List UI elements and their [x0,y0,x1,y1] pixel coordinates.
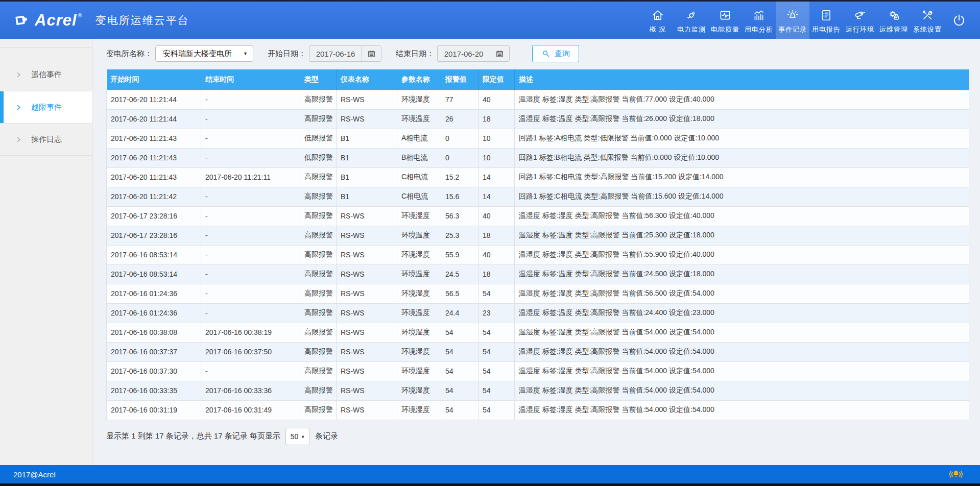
table-row: 2017-06-20 11:21:42-高限报警B1C相电流15.614回路1 … [107,187,969,206]
start-date-calendar-button[interactable] [362,46,381,61]
start-date-value: 2017-06-16 [309,46,362,61]
cell-end-time: 2017-06-16 00:38:19 [201,323,300,342]
nav-item-energy-analysis[interactable]: 用电分析 [742,2,776,39]
cell-type: 高限报警 [300,167,337,187]
nav-item-label: 用电分析 [745,25,773,34]
cell-description: 温湿度 标签:温度 类型:高限报警 当前值:24.400 设定值:23.000 [515,303,969,323]
nav-item-overview[interactable]: 概 况 [641,2,675,39]
cell-start-time: 2017-06-20 11:21:43 [107,148,201,167]
cell-alarm-value: 77 [441,90,479,109]
cell-description: 回路1 标签:C相电流 类型:高限报警 当前值:15.200 设定值:14.00… [515,167,969,187]
end-date-input[interactable]: 2017-06-20 [437,45,510,62]
cell-type: 高限报警 [300,361,337,381]
table-row: 2017-06-16 00:37:30-高限报警RS-WS环境湿度5454温湿度… [107,361,969,381]
nav-item-operating-environment[interactable]: 运行环境 [843,2,877,39]
logo-registered-mark: ® [78,12,82,18]
cell-device-name: B1 [337,187,397,206]
footer: 2017@Acrel [0,465,980,483]
nav-item-power-monitoring[interactable]: 电力监测 [675,2,708,39]
nav-item-event-records[interactable]: 事件记录 [776,2,809,39]
cell-type: 高限报警 [300,323,337,342]
cell-start-time: 2017-06-16 00:31:19 [107,400,201,420]
cell-device-name: RS-WS [337,381,397,400]
nav-item-energy-report[interactable]: 用电报告 [809,2,843,39]
cell-type: 高限报警 [300,284,337,303]
page-size-value: 50 [291,432,299,441]
table-row: 2017-06-16 00:37:372017-06-16 00:37:50高限… [107,342,969,361]
cell-param-name: A相电流 [397,129,441,148]
cell-end-time: 2017-06-16 00:31:49 [201,400,300,420]
page-size-select[interactable]: 50 ▲ [285,428,310,445]
nav-item-label: 电能质量 [711,25,739,34]
cell-end-time: - [201,206,300,226]
cell-end-time: - [201,148,300,167]
station-select-value: 安科瑞新大楼变电所 [163,49,232,59]
sidebar-item-limit-violation-events[interactable]: 越限事件 [0,91,92,123]
sidebar-divider [0,47,92,47]
station-select[interactable]: 安科瑞新大楼变电所 ▼ [155,45,253,62]
sidebar-item-label: 越限事件 [31,103,62,112]
cell-alarm-value: 15.6 [441,187,479,206]
nav-item-system-settings[interactable]: 系统设置 [911,2,944,39]
logo-text: Acrel [35,11,77,30]
cell-param-name: C相电流 [397,167,441,187]
table-row: 2017-06-16 01:24:36-高限报警RS-WS环境温度24.423温… [107,303,969,323]
power-icon[interactable] [951,13,967,28]
caret-up-icon: ▲ [301,434,305,439]
cell-param-name: 环境湿度 [397,90,441,109]
brand: Acrel ® 变电所运维云平台 [0,2,189,39]
cell-param-name: 环境湿度 [397,400,441,420]
table-row: 2017-06-17 23:28:16-高限报警RS-WS环境温度25.318温… [107,226,969,245]
sidebar: 遥信事件越限事件操作日志 [0,39,93,465]
chevron-right-icon [15,136,22,143]
cell-end-time: 2017-06-16 00:33:36 [201,381,300,400]
table-row: 2017-06-16 01:24:36-高限报警RS-WS环境湿度56.554温… [107,284,969,303]
cell-description: 回路1 标签:B相电流 类型:低限报警 当前值:0.000 设定值:10.000 [515,148,969,167]
cell-description: 回路1 标签:A相电流 类型:低限报警 当前值:0.000 设定值:10.000 [515,129,969,148]
table-row: 2017-06-20 11:21:44-高限报警RS-WS环境温度2618温湿度… [107,109,969,129]
cell-alarm-value: 0 [441,148,479,167]
alarm-bell-icon[interactable] [947,468,965,481]
camera-icon [853,9,867,22]
cell-limit-value: 18 [479,226,515,245]
table-header-row: 开始时间结束时间类型仪表名称参数名称报警值限定值描述 [107,69,969,90]
cell-description: 温湿度 标签:湿度 类型:高限报警 当前值:55.900 设定值:40.000 [515,245,969,264]
cell-alarm-value: 54 [441,400,479,420]
cell-param-name: 环境湿度 [397,361,441,381]
cell-device-name: B1 [337,148,397,167]
settings-tools-icon [921,9,934,22]
cell-start-time: 2017-06-20 11:21:42 [107,187,201,206]
nav-item-ops-management[interactable]: 运维管理 [877,2,911,39]
report-icon [820,9,833,22]
end-date-calendar-button[interactable] [490,46,509,61]
cell-alarm-value: 26 [441,109,479,129]
sidebar-item-operation-logs[interactable]: 操作日志 [0,123,92,155]
cell-param-name: 环境湿度 [397,206,441,226]
cell-end-time: - [201,361,300,381]
cell-type: 高限报警 [300,342,337,361]
cell-end-time: - [201,284,300,303]
table-row: 2017-06-16 00:38:082017-06-16 00:38:19高限… [107,323,969,342]
cell-limit-value: 54 [479,400,515,420]
analysis-icon [752,9,766,22]
table-row: 2017-06-16 00:31:192017-06-16 00:31:49高限… [107,400,969,420]
sidebar-item-remote-signal-events[interactable]: 遥信事件 [0,59,92,91]
search-button[interactable]: 查询 [532,45,579,62]
cell-description: 温湿度 标签:湿度 类型:高限报警 当前值:54.000 设定值:54.000 [515,323,969,342]
table-row: 2017-06-20 11:21:44-高限报警RS-WS环境湿度7740温湿度… [107,90,969,109]
cell-param-name: C相电流 [397,187,441,206]
cell-type: 高限报警 [300,381,337,400]
cell-alarm-value: 24.5 [441,264,479,284]
table-row: 2017-06-17 23:28:16-高限报警RS-WS环境湿度56.340温… [107,206,969,226]
nav-item-label: 事件记录 [778,25,807,34]
cell-start-time: 2017-06-20 11:21:44 [107,109,201,129]
nav-item-power-quality[interactable]: 电能质量 [708,2,742,39]
cell-end-time: - [201,90,300,109]
cell-start-time: 2017-06-16 00:38:08 [107,323,201,342]
nav-item-label: 运行环境 [846,25,874,34]
cell-device-name: RS-WS [337,361,397,381]
cell-type: 高限报警 [300,109,337,129]
start-date-input[interactable]: 2017-06-16 [309,45,381,62]
power-wrap [944,2,980,39]
app-root: Acrel ® 变电所运维云平台 概 况电力监测电能质量用电分析事件记录用电报告… [0,0,980,486]
